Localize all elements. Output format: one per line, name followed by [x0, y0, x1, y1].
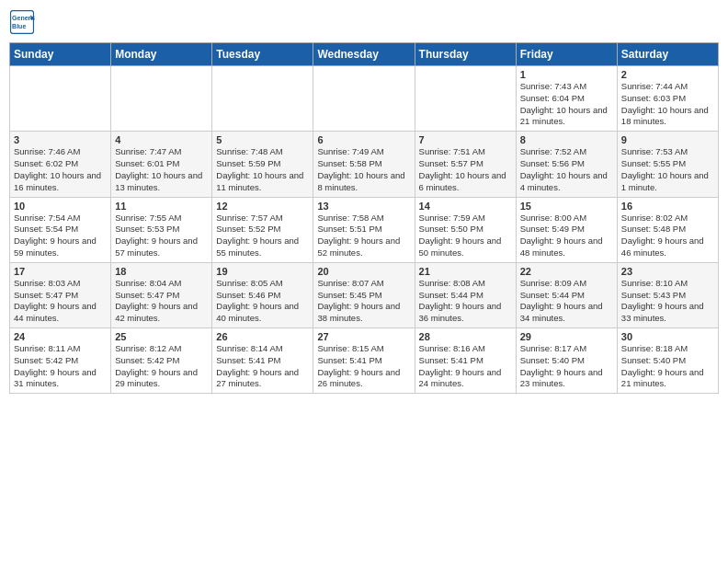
day-number: 2 [621, 69, 714, 80]
day-number: 5 [216, 134, 309, 145]
calendar-week-1: 3Sunrise: 7:46 AM Sunset: 6:02 PM Daylig… [10, 132, 719, 197]
page-header: General Blue [9, 9, 719, 35]
calendar-cell: 16Sunrise: 8:02 AM Sunset: 5:48 PM Dayli… [617, 197, 718, 262]
day-info: Sunrise: 7:48 AM Sunset: 5:59 PM Dayligh… [216, 146, 309, 193]
day-info: Sunrise: 7:43 AM Sunset: 6:04 PM Dayligh… [520, 81, 613, 128]
calendar-cell: 21Sunrise: 8:08 AM Sunset: 5:44 PM Dayli… [415, 262, 516, 327]
day-number: 10 [14, 201, 107, 212]
day-info: Sunrise: 8:04 AM Sunset: 5:47 PM Dayligh… [115, 278, 208, 325]
calendar-body: 1Sunrise: 7:43 AM Sunset: 6:04 PM Daylig… [10, 66, 719, 394]
day-number: 16 [621, 201, 714, 212]
weekday-header-tuesday: Tuesday [212, 43, 313, 66]
day-info: Sunrise: 7:52 AM Sunset: 5:56 PM Dayligh… [520, 146, 613, 193]
day-number: 11 [115, 201, 208, 212]
day-number: 4 [115, 134, 208, 145]
calendar-cell: 28Sunrise: 8:16 AM Sunset: 5:41 PM Dayli… [415, 328, 516, 394]
day-info: Sunrise: 8:03 AM Sunset: 5:47 PM Dayligh… [14, 278, 107, 325]
day-info: Sunrise: 8:12 AM Sunset: 5:42 PM Dayligh… [115, 343, 208, 390]
day-number: 28 [419, 331, 512, 342]
calendar-cell: 27Sunrise: 8:15 AM Sunset: 5:41 PM Dayli… [313, 328, 415, 394]
day-info: Sunrise: 7:53 AM Sunset: 5:55 PM Dayligh… [621, 146, 714, 193]
calendar-cell: 11Sunrise: 7:55 AM Sunset: 5:53 PM Dayli… [111, 197, 212, 262]
calendar-cell: 7Sunrise: 7:51 AM Sunset: 5:57 PM Daylig… [415, 132, 516, 197]
calendar-header: SundayMondayTuesdayWednesdayThursdayFrid… [10, 43, 719, 66]
day-info: Sunrise: 8:05 AM Sunset: 5:46 PM Dayligh… [216, 278, 309, 325]
day-info: Sunrise: 8:08 AM Sunset: 5:44 PM Dayligh… [419, 278, 512, 325]
day-number: 18 [115, 266, 208, 277]
calendar-week-3: 17Sunrise: 8:03 AM Sunset: 5:47 PM Dayli… [10, 262, 719, 327]
calendar-cell: 2Sunrise: 7:44 AM Sunset: 6:03 PM Daylig… [617, 66, 718, 132]
calendar-cell: 3Sunrise: 7:46 AM Sunset: 6:02 PM Daylig… [10, 132, 111, 197]
weekday-header-thursday: Thursday [415, 43, 516, 66]
day-number: 30 [621, 331, 714, 342]
calendar-cell: 13Sunrise: 7:58 AM Sunset: 5:51 PM Dayli… [313, 197, 415, 262]
day-info: Sunrise: 8:09 AM Sunset: 5:44 PM Dayligh… [520, 278, 613, 325]
calendar-week-4: 24Sunrise: 8:11 AM Sunset: 5:42 PM Dayli… [10, 328, 719, 394]
calendar-cell: 12Sunrise: 7:57 AM Sunset: 5:52 PM Dayli… [212, 197, 313, 262]
day-number: 21 [419, 266, 512, 277]
day-info: Sunrise: 7:47 AM Sunset: 6:01 PM Dayligh… [115, 146, 208, 193]
calendar-cell [10, 66, 111, 132]
weekday-header-friday: Friday [516, 43, 617, 66]
day-info: Sunrise: 7:54 AM Sunset: 5:54 PM Dayligh… [14, 213, 107, 259]
weekday-header-monday: Monday [111, 43, 212, 66]
calendar-week-2: 10Sunrise: 7:54 AM Sunset: 5:54 PM Dayli… [10, 197, 719, 262]
calendar-cell: 5Sunrise: 7:48 AM Sunset: 5:59 PM Daylig… [212, 132, 313, 197]
day-number: 15 [520, 201, 613, 212]
svg-rect-0 [11, 11, 34, 34]
day-info: Sunrise: 8:02 AM Sunset: 5:48 PM Dayligh… [621, 213, 714, 259]
weekday-row: SundayMondayTuesdayWednesdayThursdayFrid… [10, 43, 719, 66]
calendar-cell: 26Sunrise: 8:14 AM Sunset: 5:41 PM Dayli… [212, 328, 313, 394]
calendar-cell: 20Sunrise: 8:07 AM Sunset: 5:45 PM Dayli… [313, 262, 415, 327]
day-info: Sunrise: 7:57 AM Sunset: 5:52 PM Dayligh… [216, 213, 309, 259]
day-info: Sunrise: 7:59 AM Sunset: 5:50 PM Dayligh… [419, 213, 512, 259]
calendar-cell [313, 66, 415, 132]
day-info: Sunrise: 8:15 AM Sunset: 5:41 PM Dayligh… [317, 343, 410, 390]
calendar-cell: 15Sunrise: 8:00 AM Sunset: 5:49 PM Dayli… [516, 197, 617, 262]
day-number: 27 [317, 331, 410, 342]
calendar-cell: 14Sunrise: 7:59 AM Sunset: 5:50 PM Dayli… [415, 197, 516, 262]
day-info: Sunrise: 8:00 AM Sunset: 5:49 PM Dayligh… [520, 213, 613, 259]
calendar-cell: 30Sunrise: 8:18 AM Sunset: 5:40 PM Dayli… [617, 328, 718, 394]
calendar-cell: 8Sunrise: 7:52 AM Sunset: 5:56 PM Daylig… [516, 132, 617, 197]
weekday-header-sunday: Sunday [10, 43, 111, 66]
day-number: 26 [216, 331, 309, 342]
day-info: Sunrise: 8:18 AM Sunset: 5:40 PM Dayligh… [621, 343, 714, 390]
calendar-cell [111, 66, 212, 132]
calendar-cell [415, 66, 516, 132]
day-info: Sunrise: 8:07 AM Sunset: 5:45 PM Dayligh… [317, 278, 410, 325]
day-info: Sunrise: 7:46 AM Sunset: 6:02 PM Dayligh… [14, 146, 107, 193]
day-number: 13 [317, 201, 410, 212]
calendar-table: SundayMondayTuesdayWednesdayThursdayFrid… [9, 42, 719, 394]
day-number: 1 [520, 69, 613, 80]
day-info: Sunrise: 8:17 AM Sunset: 5:40 PM Dayligh… [520, 343, 613, 390]
weekday-header-wednesday: Wednesday [313, 43, 415, 66]
logo-icon: General Blue [9, 9, 35, 35]
day-number: 23 [621, 266, 714, 277]
day-info: Sunrise: 8:16 AM Sunset: 5:41 PM Dayligh… [419, 343, 512, 390]
day-number: 24 [14, 331, 107, 342]
day-number: 6 [317, 134, 410, 145]
calendar-cell: 10Sunrise: 7:54 AM Sunset: 5:54 PM Dayli… [10, 197, 111, 262]
calendar-cell: 25Sunrise: 8:12 AM Sunset: 5:42 PM Dayli… [111, 328, 212, 394]
day-number: 7 [419, 134, 512, 145]
day-info: Sunrise: 7:55 AM Sunset: 5:53 PM Dayligh… [115, 213, 208, 259]
day-info: Sunrise: 7:44 AM Sunset: 6:03 PM Dayligh… [621, 81, 714, 128]
calendar-cell: 6Sunrise: 7:49 AM Sunset: 5:58 PM Daylig… [313, 132, 415, 197]
day-number: 22 [520, 266, 613, 277]
calendar-cell: 29Sunrise: 8:17 AM Sunset: 5:40 PM Dayli… [516, 328, 617, 394]
day-number: 14 [419, 201, 512, 212]
day-info: Sunrise: 7:58 AM Sunset: 5:51 PM Dayligh… [317, 213, 410, 259]
day-number: 25 [115, 331, 208, 342]
day-number: 3 [14, 134, 107, 145]
day-number: 20 [317, 266, 410, 277]
calendar-cell: 18Sunrise: 8:04 AM Sunset: 5:47 PM Dayli… [111, 262, 212, 327]
svg-text:Blue: Blue [12, 23, 26, 29]
logo: General Blue [9, 9, 39, 35]
calendar-cell: 4Sunrise: 7:47 AM Sunset: 6:01 PM Daylig… [111, 132, 212, 197]
calendar-cell: 24Sunrise: 8:11 AM Sunset: 5:42 PM Dayli… [10, 328, 111, 394]
weekday-header-saturday: Saturday [617, 43, 718, 66]
calendar-cell: 1Sunrise: 7:43 AM Sunset: 6:04 PM Daylig… [516, 66, 617, 132]
day-info: Sunrise: 8:11 AM Sunset: 5:42 PM Dayligh… [14, 343, 107, 390]
day-info: Sunrise: 7:51 AM Sunset: 5:57 PM Dayligh… [419, 146, 512, 193]
